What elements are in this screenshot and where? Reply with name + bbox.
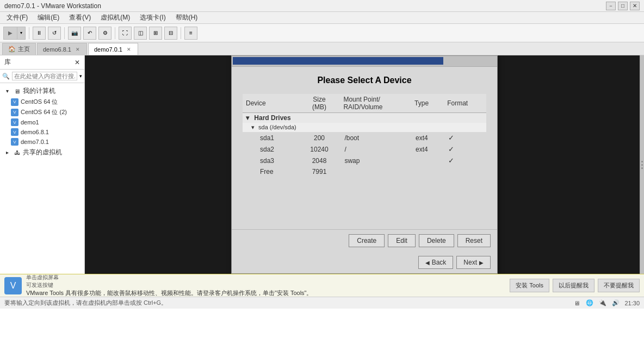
sidebar-shared-label: 共享的虚拟机 <box>23 148 62 157</box>
sidebar-my-computer[interactable]: ▾ 🖥 我的计算机 <box>0 85 84 97</box>
tab-demo681[interactable]: demo6.8.1 ✕ <box>37 43 87 55</box>
suspend-button[interactable]: ⏸ <box>33 27 46 40</box>
dialog-title: Please Select A Device <box>243 76 486 85</box>
col-size: Size(MB) <box>299 94 340 113</box>
tab-demo681-close[interactable]: ✕ <box>75 46 81 53</box>
menu-tabs[interactable]: 选项卡(I) <box>135 12 170 23</box>
manage-button[interactable]: ⚙ <box>98 27 112 40</box>
dialog-nav: ◀ Back Next ▶ <box>232 252 497 273</box>
table-row[interactable]: Free 7991 <box>243 166 486 177</box>
menu-view[interactable]: 查看(V) <box>65 12 95 23</box>
back-button[interactable]: ◀ Back <box>418 256 454 269</box>
computer-icon: 🖥 <box>13 87 21 95</box>
sidebar-header: 库 ✕ <box>0 55 84 70</box>
sidebar-item-centos64-2[interactable]: V CentOS 64 位 (2) <box>0 107 84 117</box>
titlebar: demo7.0.1 - VMware Workstation － □ ✕ <box>0 0 644 12</box>
sidebar-item-centos64[interactable]: V CentOS 64 位 <box>0 97 84 107</box>
next-button[interactable]: Next ▶ <box>456 256 491 269</box>
tab-home[interactable]: 🏠 主页 <box>2 43 36 55</box>
prefs-button[interactable]: ≡ <box>184 27 197 40</box>
maximize-button[interactable]: □ <box>618 2 628 10</box>
view-button[interactable]: ◫ <box>134 27 147 40</box>
power-dropdown[interactable]: ▾ <box>17 27 25 39</box>
menu-file[interactable]: 文件(F) <box>2 12 32 23</box>
create-button[interactable]: Create <box>349 234 385 247</box>
vm-dialog: Please Select A Device Device Size(MB) M… <box>231 55 498 274</box>
cell-device-sda2: sda2 <box>243 143 299 155</box>
tab-demo701[interactable]: demo7.0.1 ✕ <box>88 43 138 55</box>
tabbar: 🏠 主页 demo6.8.1 ✕ demo7.0.1 ✕ <box>0 42 644 55</box>
table-row[interactable]: sda3 2048 swap ✓ <box>243 155 486 166</box>
resize-dot <box>641 167 643 169</box>
never-remind-button[interactable]: 不要提醒我 <box>598 279 640 292</box>
usb-icon: 🔌 <box>598 299 607 308</box>
status-text-area: 单击虚拟屏幕可发送按键 VMware Tools 具有很多功能，能改善鼠标移动性… <box>26 274 505 297</box>
sidebar-shared[interactable]: ▸ 🖧 共享的虚拟机 <box>0 147 84 158</box>
back-label: Back <box>432 259 447 266</box>
vm-screen[interactable]: Please Select A Device Device Size(MB) M… <box>85 55 644 274</box>
toolbar: ▶ ▾ ⏸ ↺ 📷 ↶ ⚙ ⛶ ◫ ⊞ ⊟ ≡ <box>0 24 644 42</box>
install-tools-button[interactable]: 安装 Tools <box>510 279 549 292</box>
col-type: Type <box>411 94 444 113</box>
sidebar-item-demo701-label: demo7.0.1 <box>21 139 49 145</box>
section-hard-drives: ▾ Hard Drives <box>243 113 486 123</box>
reset-button[interactable]: Reset <box>457 234 491 247</box>
delete-button[interactable]: Delete <box>419 234 454 247</box>
table-row[interactable]: sda1 200 /boot ext4 ✓ <box>243 132 486 143</box>
col-mount: Mount Point/RAID/Volume <box>340 94 411 113</box>
tab-demo701-close[interactable]: ✕ <box>126 46 132 53</box>
search-icon: 🔍 <box>2 73 10 80</box>
menu-edit[interactable]: 编辑(E) <box>33 12 64 23</box>
vm-icon-4: V <box>11 128 18 136</box>
close-button[interactable]: ✕ <box>630 2 640 10</box>
minimize-button[interactable]: － <box>606 2 616 10</box>
resize-dots <box>641 161 643 169</box>
sidebar-title: 库 <box>4 58 11 67</box>
cell-device-sda1: sda1 <box>243 132 299 143</box>
infobar-text: 要将输入定向到该虚拟机，请在虚拟机内部单击或按 Ctrl+G。 <box>4 299 167 307</box>
search-input[interactable] <box>12 72 77 80</box>
next-icon: ▶ <box>479 260 484 266</box>
sidebar-item-demo681-label: demo6.8.1 <box>21 129 49 135</box>
resize-dot <box>641 164 643 166</box>
toolbar-separator-2 <box>64 27 65 39</box>
tab-demo681-label: demo6.8.1 <box>43 46 71 53</box>
menu-help[interactable]: 帮助(H) <box>171 12 202 23</box>
cell-type-free <box>411 166 444 177</box>
snapshot-button[interactable]: 📷 <box>68 27 81 40</box>
menu-vm[interactable]: 虚拟机(M) <box>96 12 134 23</box>
view2-button[interactable]: ⊞ <box>149 27 162 40</box>
fullscreen-button[interactable]: ⛶ <box>119 27 132 40</box>
monitor-icon: 🖥 <box>572 299 581 308</box>
power-button[interactable]: ▶ <box>4 27 17 39</box>
table-row[interactable]: sda2 10240 / ext4 ✓ <box>243 143 486 155</box>
sidebar-item-demo681[interactable]: V demo6.8.1 <box>0 127 84 137</box>
my-computer-label: 我的计算机 <box>23 86 55 96</box>
cell-size-sda3: 2048 <box>299 155 340 166</box>
sidebar-item-demo701[interactable]: V demo7.0.1 <box>0 137 84 147</box>
toolbar-separator-4 <box>181 27 181 39</box>
device-table: Device Size(MB) Mount Point/RAID/Volume … <box>243 94 486 221</box>
cell-device-free: Free <box>243 166 299 177</box>
my-computer-icon: ▾ <box>3 87 11 95</box>
cell-format-sda2: ✓ <box>444 143 486 155</box>
sidebar-item-demo1-label: demo1 <box>21 119 39 126</box>
vm-icon-5: V <box>11 138 18 146</box>
status-actions: 安装 Tools 以后提醒我 不要提醒我 <box>510 279 640 292</box>
revert-button[interactable]: ↶ <box>83 27 96 40</box>
resize-dot <box>641 161 643 162</box>
restart-button[interactable]: ↺ <box>48 27 61 40</box>
remind-later-button[interactable]: 以后提醒我 <box>553 279 595 292</box>
edit-button[interactable]: Edit <box>388 234 416 247</box>
progress-bar <box>233 57 443 65</box>
sidebar-item-demo1[interactable]: V demo1 <box>0 117 84 127</box>
resize-bar[interactable] <box>640 55 644 274</box>
vm-icon-2: V <box>11 109 18 116</box>
search-dropdown-icon[interactable]: ▾ <box>79 73 82 79</box>
view3-button[interactable]: ⊟ <box>164 27 177 40</box>
dialog-footer: Create Edit Delete Reset <box>232 229 497 252</box>
sidebar-close[interactable]: ✕ <box>75 59 80 66</box>
sidebar-tree: ▾ 🖥 我的计算机 V CentOS 64 位 V CentOS 64 位 (2… <box>0 83 84 274</box>
dialog-body: Please Select A Device Device Size(MB) M… <box>232 67 497 229</box>
progress-bar-container <box>232 56 497 67</box>
